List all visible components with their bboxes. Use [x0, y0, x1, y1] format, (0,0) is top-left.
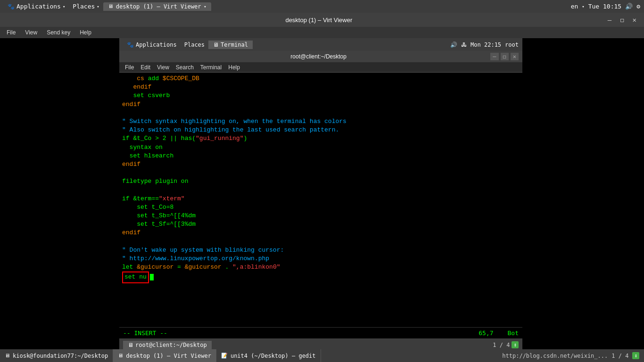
- host-page-counter: 1 / 4: [611, 353, 628, 359]
- terminal-window-controls: – ◻ ✕: [490, 53, 519, 60]
- vim-line-8: syntax on: [122, 143, 520, 152]
- vim-line-blank2: [122, 169, 520, 177]
- guest-time: Mon 22:15: [471, 41, 501, 48]
- host-virt-label: desktop (1) – Virt Viewer: [126, 353, 211, 359]
- host-tab-arrow-icon: ▾: [204, 4, 206, 9]
- vim-line-11: filetype plugin on: [122, 177, 520, 186]
- vim-line-5: " Switch syntax highlighting on, when th…: [122, 117, 520, 126]
- vim-line-10: endif: [122, 160, 520, 169]
- terminal-maximize-button[interactable]: ◻: [501, 53, 509, 60]
- guest-terminal-bottom-tab[interactable]: 🖥 root@client:~/Desktop: [123, 341, 212, 349]
- virt-sendkey-menu[interactable]: Send key: [43, 28, 74, 37]
- vim-line-16: endif: [122, 229, 520, 237]
- vim-line-20: set nu: [122, 272, 520, 283]
- host-app-icon: 🐾: [8, 3, 15, 10]
- virt-viewer-title: desktop (1) – Virt Viewer: [33, 16, 605, 24]
- terminal-help-menu[interactable]: Help: [225, 63, 243, 72]
- vim-line-blank1: [122, 109, 520, 117]
- terminal-view-menu[interactable]: View: [154, 63, 172, 72]
- vim-line-15: set t_Sf=^[[3%dm: [122, 220, 520, 229]
- vim-line-2: endif: [122, 83, 520, 91]
- host-taskbar-top: 🐾 Applications ▾ Places ▾ 🖥 desktop (1) …: [0, 0, 644, 13]
- guest-terminal-bottom-label: root@client:~/Desktop: [135, 342, 207, 348]
- guest-app-icon: 🐾: [127, 41, 134, 48]
- host-settings-icon[interactable]: ⚙: [636, 3, 640, 10]
- host-places-label: Places: [73, 3, 95, 10]
- minimize-button[interactable]: –: [605, 15, 614, 25]
- host-taskbar-left: 🐾 Applications ▾ Places ▾ 🖥 desktop (1) …: [4, 2, 211, 11]
- terminal-file-menu[interactable]: File: [122, 63, 137, 72]
- vim-line-3: set csverb: [122, 91, 520, 100]
- virt-view-menu[interactable]: View: [21, 28, 41, 37]
- host-bottom-item-virt[interactable]: 🖥 desktop (1) – Virt Viewer: [113, 349, 216, 362]
- guest-terminal-tab[interactable]: 🖥 Terminal: [208, 41, 253, 49]
- guest-taskbar: 🐾 Applications Places 🖥 Terminal 🔊 🖧 Mon…: [119, 38, 522, 51]
- vim-mode-indicator: -- INSERT --: [123, 329, 167, 337]
- vim-line-7: if &t_Co > 2 || has("gui_running"): [122, 134, 520, 143]
- vim-line-4: endif: [122, 100, 520, 109]
- guest-places-label: Places: [184, 41, 205, 48]
- guest-page-counter: 1 / 4: [493, 342, 510, 348]
- virt-icon: 🖥: [118, 353, 123, 359]
- host-clock: Tue 10:15: [588, 3, 621, 10]
- vim-scroll-position: Bot: [508, 329, 519, 337]
- guest-network-icon[interactable]: 🖧: [461, 41, 467, 48]
- terminal-terminal-menu[interactable]: Terminal: [198, 63, 224, 72]
- guest-terminal-bottom-icon: 🖥: [128, 342, 133, 348]
- host-bottom-items: 🖥 kiosk@foundation77:~/Desktop 🖥 desktop…: [0, 349, 321, 362]
- guest-taskbar-left: 🐾 Applications Places 🖥 Terminal: [123, 41, 253, 49]
- vim-line-1: cs add $CSCOPE_DB: [122, 74, 520, 83]
- host-bg-right: [522, 38, 644, 340]
- host-scroll-icon[interactable]: ↕: [632, 352, 639, 359]
- terminal-close-button[interactable]: ✕: [511, 53, 519, 60]
- terminal-minimize-button[interactable]: –: [490, 53, 498, 60]
- host-url-text: http://blog.csdn.net/weixin_...: [502, 353, 608, 359]
- vim-line-19: let &guicursor = &guicursor . ",a:blinko…: [122, 263, 520, 272]
- terminal-icon: 🖥: [5, 353, 10, 359]
- virt-viewer-menubar: File View Send key Help: [0, 27, 644, 38]
- host-bottom-item-gedit[interactable]: 📝 unit4 (~/Desktop) – gedit: [216, 349, 321, 362]
- guest-user: root: [505, 41, 519, 48]
- host-taskbar-bottom: 🖥 kiosk@foundation77:~/Desktop 🖥 desktop…: [0, 349, 644, 362]
- host-places-menu[interactable]: Places ▾: [69, 2, 103, 11]
- guest-scroll-icon[interactable]: ↕: [512, 341, 519, 348]
- vim-line-blank4: [122, 238, 520, 246]
- close-button[interactable]: ✕: [630, 15, 639, 25]
- vim-line-14: set t_Sb=^[[4%dm: [122, 212, 520, 220]
- guest-volume-icon[interactable]: 🔊: [450, 41, 457, 48]
- guest-window: 🐾 Applications Places 🖥 Terminal 🔊 🖧 Mon…: [119, 38, 522, 351]
- guest-places-menu[interactable]: Places: [181, 41, 208, 49]
- vim-line-13: set t_Co=8: [122, 203, 520, 212]
- vim-statusline: -- INSERT -- 65,7 Bot: [119, 327, 522, 338]
- guest-terminal-icon: 🖥: [213, 41, 219, 48]
- host-bg-left: [0, 38, 119, 340]
- terminal-menubar: File Edit View Search Terminal Help: [119, 62, 522, 73]
- host-language: en: [571, 3, 578, 10]
- virt-viewer-titlebar: desktop (1) – Virt Viewer – ◻ ✕: [0, 13, 644, 27]
- host-bottom-item-kiosk[interactable]: 🖥 kiosk@foundation77:~/Desktop: [0, 349, 113, 362]
- host-app-arrow-icon: ▾: [63, 4, 65, 9]
- terminal-window: root@client:~/Desktop – ◻ ✕ File Edit Vi…: [119, 51, 522, 351]
- maximize-button[interactable]: ◻: [617, 15, 627, 25]
- terminal-title: root@client:~/Desktop: [147, 53, 490, 60]
- vim-line-6: " Also switch on highlighting the last u…: [122, 126, 520, 134]
- guest-bottom-right: 1 / 4 ↕: [493, 341, 519, 348]
- host-volume-icon[interactable]: 🔊: [625, 3, 633, 10]
- host-taskbar-right: en ▾ Tue 10:15 🔊 ⚙: [571, 3, 640, 10]
- host-tab-label: desktop (1) – Virt Viewer: [116, 3, 201, 10]
- vim-editor[interactable]: cs add $CSCOPE_DB endif set csverb endif…: [119, 73, 522, 327]
- virt-viewer-window: desktop (1) – Virt Viewer – ◻ ✕ File Vie…: [0, 13, 644, 38]
- vim-cursor-position: 65,7: [479, 329, 493, 337]
- guest-applications-menu[interactable]: 🐾 Applications: [123, 41, 181, 49]
- host-applications-menu[interactable]: 🐾 Applications ▾: [4, 2, 69, 11]
- virt-help-menu[interactable]: Help: [76, 28, 95, 37]
- host-active-tab[interactable]: 🖥 desktop (1) – Virt Viewer ▾: [103, 2, 211, 11]
- host-tab-icon: 🖥: [108, 3, 113, 9]
- vim-line-blank3: [122, 186, 520, 194]
- vim-line-12: if &term=="xterm": [122, 195, 520, 203]
- virt-file-menu[interactable]: File: [3, 28, 19, 37]
- terminal-search-menu[interactable]: Search: [173, 63, 197, 72]
- host-kiosk-label: kiosk@foundation77:~/Desktop: [13, 353, 108, 359]
- guest-applications-label: Applications: [136, 41, 177, 48]
- terminal-edit-menu[interactable]: Edit: [138, 63, 153, 72]
